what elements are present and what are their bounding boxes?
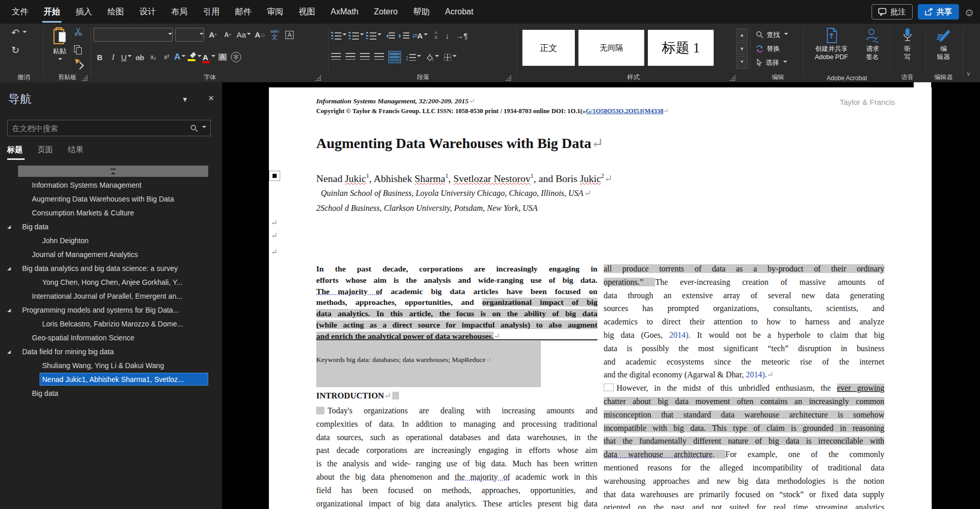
strikethrough-button[interactable]: ab [134,50,146,64]
line-spacing-button[interactable]: ↕ [405,50,421,64]
grow-font-button[interactable]: A˄ [207,28,219,42]
editor-button[interactable]: 编辑器 [927,25,960,61]
nav-options-dropdown-icon[interactable]: ▼ [182,96,188,103]
shrink-font-button[interactable]: A˅ [222,28,234,42]
menu-tab-13[interactable]: 帮助 [406,0,438,24]
styles-scroll-down-icon[interactable]: ▼ [736,42,748,55]
menu-tab-14[interactable]: Acrobat [438,0,481,24]
menu-tab-8[interactable]: 邮件 [227,0,259,24]
menu-tab-10[interactable]: 视图 [291,0,323,24]
jump-to-top-bar[interactable] [18,166,208,177]
text-effects-button[interactable]: A [174,50,186,64]
collapse-ribbon-icon[interactable]: ˅ [967,71,970,78]
enclose-characters-button[interactable]: 字 [230,50,242,64]
document-page[interactable]: Information Systems Management, 32:200-2… [269,87,932,509]
underline-button[interactable]: U [120,50,133,64]
nav-outline-item-1[interactable]: Information Systems Management [0,178,222,192]
character-shading-button[interactable]: A [216,50,229,64]
menu-tab-1[interactable]: 文件 [4,0,36,24]
paste-button[interactable]: 粘贴 [48,28,71,65]
feedback-smiley-icon[interactable]: ☺ [964,7,975,17]
styles-gallery-more-icon[interactable]: ⯆ [736,56,748,69]
nav-tab-3[interactable]: 结果 [68,145,83,160]
font-name-combo[interactable] [94,28,173,42]
nav-outline-item-6[interactable]: Journal of Management Analytics [0,247,222,261]
replace-button[interactable]: 替换 [756,42,788,56]
phonetic-guide-button[interactable]: wén文 [268,28,281,42]
nav-tab-2[interactable]: 页面 [38,145,53,160]
style-card-2[interactable]: 无间隔 [578,30,644,66]
increase-indent-button[interactable] [398,29,410,42]
nav-outline-item-12[interactable]: Geo-spatial Information Science [0,331,222,344]
menu-tab-4[interactable]: 绘图 [100,0,132,24]
distributed-button[interactable] [389,51,401,63]
paragraph-dialog-launcher-icon[interactable] [505,75,511,81]
clipboard-dialog-launcher-icon[interactable] [82,75,87,81]
numbering-button[interactable] [349,29,364,42]
asian-layout-button[interactable]: ⇄A [412,29,428,42]
menu-tab-11[interactable]: AxMath [323,0,366,24]
style-card-1[interactable]: 正文 [522,30,575,66]
cut-button[interactable] [74,28,82,36]
nav-outline-item-11[interactable]: Loris Belcastro, Fabrizio Marozzo & Dome… [0,317,222,331]
undo-icon[interactable]: ↶ [11,28,20,38]
comments-button[interactable]: 批注 [872,4,913,20]
dictate-button[interactable]: 听写 [891,25,924,61]
font-size-input[interactable] [176,31,198,39]
search-options-dropdown-icon[interactable] [202,126,206,130]
menu-tab-2[interactable]: 开始 [36,0,68,24]
menu-tab-6[interactable]: 布局 [164,0,195,24]
select-button[interactable]: 选择 [756,56,788,69]
bullets-button[interactable] [331,29,347,42]
change-case-button[interactable]: Aa [237,28,251,42]
clear-formatting-button[interactable]: A◇ [253,28,266,42]
italic-button[interactable]: I [107,50,119,64]
undo-dropdown-icon[interactable] [23,31,27,35]
nav-outline-item-13[interactable]: ◢Data field for mining big data [0,344,222,358]
nav-outline-item-10[interactable]: ◢Programming models and systems for Big … [0,303,222,317]
redo-icon[interactable]: ↻ [11,45,20,55]
align-left-button[interactable] [331,52,341,62]
bold-button[interactable]: B [94,50,106,64]
shading-button[interactable] [426,50,439,64]
nav-outline-item-8[interactable]: Yong Chen, Hong Chen, Anjee Gorkhali, Y.… [0,275,222,289]
decrease-indent-button[interactable] [384,29,396,42]
paste-dropdown-icon[interactable] [58,58,62,62]
menu-tab-5[interactable]: 设计 [132,0,164,24]
nav-outline-item-4[interactable]: ◢Big data [0,220,222,233]
nav-outline-item-9[interactable]: International Journal of Parallel, Emerg… [0,289,222,303]
font-dialog-launcher-icon[interactable] [315,75,321,81]
justify-button[interactable] [374,52,384,62]
menu-tab-7[interactable]: 引用 [195,0,227,24]
align-center-button[interactable] [346,52,355,62]
nav-outline-item-5[interactable]: John Deighton [0,233,222,247]
nav-tab-1[interactable]: 标题 [7,145,23,160]
menu-tab-12[interactable]: Zotero [366,0,405,24]
character-border-button[interactable]: A [283,28,296,42]
nav-outline-item-7[interactable]: ◢Big data analytics and big data science… [0,261,222,275]
nav-outline-item-16[interactable]: Big data [0,386,222,400]
menu-tab-9[interactable]: 审阅 [259,0,291,24]
style-card-3[interactable]: 标题 1 [648,30,714,66]
font-size-combo[interactable] [175,28,204,42]
nav-outline-item-14[interactable]: Shuliang Wang, Ying Li & Dakui Wang [0,358,222,372]
request-signature-button[interactable]: 请求签名 [859,25,886,61]
font-name-input[interactable] [94,31,167,39]
show-hide-marks-button[interactable]: →¶ [456,29,468,42]
create-share-pdf-button[interactable]: 创建并共享Adobe PDF [806,25,857,61]
sort-button[interactable]: AZ [430,29,442,42]
find-button[interactable]: 查找 [756,28,788,42]
multilevel-list-button[interactable] [366,29,382,42]
styles-dialog-launcher-icon[interactable] [730,75,735,81]
document-search-box[interactable] [7,120,211,136]
nav-close-icon[interactable]: × [208,93,214,104]
font-color-button[interactable]: A [203,50,215,64]
nav-outline-item-15[interactable]: Nenad Jukic1, Abhishek Sharma1, Svetloz.… [0,372,222,386]
nav-outline-item-3[interactable]: Consumption Markets & Culture [0,206,222,220]
nav-outline-item-2[interactable]: Augmenting Data Warehouses with Big Data [0,192,222,206]
styles-scroll-up-icon[interactable]: ▲ [736,28,748,41]
text-highlight-button[interactable] [187,50,202,64]
share-button[interactable]: 共享 [918,4,959,20]
superscript-button[interactable]: x² [160,50,173,64]
document-search-input[interactable] [8,124,190,133]
